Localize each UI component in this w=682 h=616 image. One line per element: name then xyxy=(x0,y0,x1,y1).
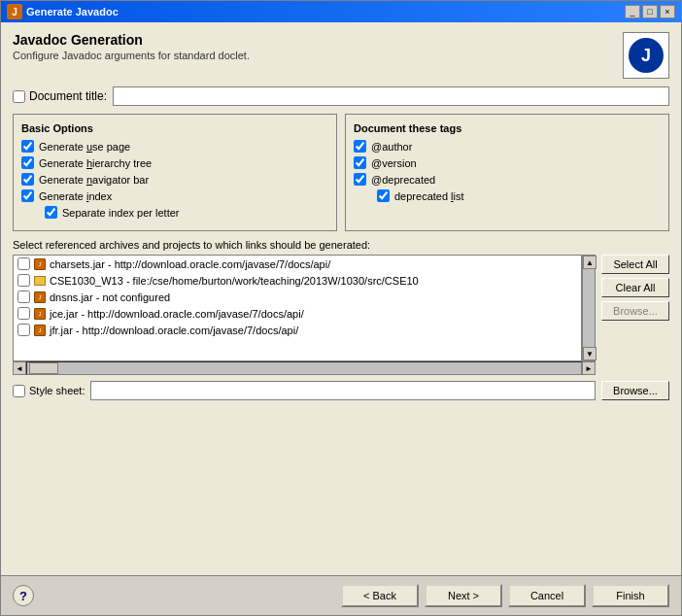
generate-index-row: Generate index xyxy=(21,189,328,202)
generate-use-page-checkbox[interactable] xyxy=(21,140,34,153)
jce-label: jce.jar - http://download.oracle.com/jav… xyxy=(50,308,304,320)
browse-style-button[interactable]: Browse... xyxy=(601,381,669,400)
hscrollbar-track[interactable] xyxy=(26,361,582,375)
charsets-label: charsets.jar - http://download.oracle.co… xyxy=(50,258,330,270)
generate-index-label: Generate index xyxy=(39,190,112,202)
list-item[interactable]: J charsets.jar - http://download.oracle.… xyxy=(14,256,581,272)
scroll-left-arrow[interactable]: ◄ xyxy=(13,361,26,375)
hscrollbar-thumb[interactable] xyxy=(29,362,58,374)
version-tag-label: @version xyxy=(371,157,417,169)
clear-all-button[interactable]: Clear All xyxy=(601,278,669,297)
page-title: Javadoc Generation xyxy=(13,32,250,48)
generate-hierarchy-checkbox[interactable] xyxy=(21,156,34,169)
generate-navigator-checkbox[interactable] xyxy=(21,173,34,186)
help-button[interactable]: ? xyxy=(13,585,34,606)
header-section: Javadoc Generation Configure Javadoc arg… xyxy=(13,32,669,79)
jce-checkbox[interactable] xyxy=(17,307,30,320)
bottom-buttons: < Back Next > Cancel Finish xyxy=(341,584,669,607)
window: J Generate Javadoc _ □ × Javadoc Generat… xyxy=(0,0,682,616)
bottom-left: ? xyxy=(13,585,34,606)
cse1030-checkbox[interactable] xyxy=(17,274,30,287)
jar-icon: J xyxy=(34,325,46,336)
browse-archives-button[interactable]: Browse... xyxy=(601,301,669,321)
archives-section: J charsets.jar - http://download.oracle.… xyxy=(13,255,669,375)
minimize-button[interactable]: _ xyxy=(625,5,640,18)
basic-options-panel: Basic Options Generate use page Generate… xyxy=(13,114,337,231)
basic-options-title: Basic Options xyxy=(21,122,328,134)
document-title-checkbox[interactable] xyxy=(13,90,25,103)
jfr-checkbox[interactable] xyxy=(17,324,30,336)
deprecated-tag-checkbox[interactable] xyxy=(354,173,366,186)
javadoc-logo: J xyxy=(629,38,664,73)
window-controls: _ □ × xyxy=(625,5,675,18)
app-icon: J xyxy=(7,4,22,19)
folder-icon xyxy=(34,276,46,286)
document-tags-title: Document these tags xyxy=(354,122,661,134)
dnsns-checkbox[interactable] xyxy=(17,291,30,303)
list-item[interactable]: J dnsns.jar - not configured xyxy=(14,289,581,305)
close-button[interactable]: × xyxy=(660,5,675,18)
scroll-up-arrow[interactable]: ▲ xyxy=(583,256,597,269)
generate-hierarchy-row: Generate hierarchy tree xyxy=(21,156,328,169)
next-button[interactable]: Next > xyxy=(425,584,502,607)
separate-index-label: Separate index per letter xyxy=(62,207,179,219)
list-item[interactable]: J jfr.jar - http://download.oracle.com/j… xyxy=(14,322,581,338)
style-sheet-checkbox[interactable] xyxy=(13,385,25,397)
header-icon: J xyxy=(623,32,669,79)
separate-index-checkbox[interactable] xyxy=(45,206,57,219)
document-title-row: Document title: xyxy=(13,86,669,106)
main-content: Javadoc Generation Configure Javadoc arg… xyxy=(1,22,681,575)
style-sheet-row: Style sheet: Browse... xyxy=(13,381,669,400)
document-title-input[interactable] xyxy=(113,86,669,106)
select-all-button[interactable]: Select All xyxy=(601,255,669,274)
title-bar: J Generate Javadoc _ □ × xyxy=(1,1,681,22)
generate-index-checkbox[interactable] xyxy=(21,189,34,202)
window-title: Generate Javadoc xyxy=(26,6,119,17)
style-sheet-label: Style sheet: xyxy=(13,385,85,397)
generate-navigator-label: Generate navigator bar xyxy=(39,174,149,186)
panels-row: Basic Options Generate use page Generate… xyxy=(13,114,669,231)
title-bar-left: J Generate Javadoc xyxy=(7,4,119,19)
style-sheet-input[interactable] xyxy=(90,381,596,400)
archives-buttons: Select All Clear All Browse... xyxy=(601,255,669,375)
scroll-right-arrow[interactable]: ► xyxy=(582,361,596,375)
jar-icon: J xyxy=(34,308,46,320)
generate-hierarchy-label: Generate hierarchy tree xyxy=(39,157,152,169)
header-text: Javadoc Generation Configure Javadoc arg… xyxy=(13,32,250,61)
author-tag-checkbox[interactable] xyxy=(354,140,366,153)
archives-label: Select referenced archives and projects … xyxy=(13,239,669,251)
dnsns-label: dnsns.jar - not configured xyxy=(50,291,170,303)
scroll-down-arrow[interactable]: ▼ xyxy=(583,347,597,360)
archives-vscrollbar[interactable]: ▲ ▼ xyxy=(582,255,596,361)
maximize-button[interactable]: □ xyxy=(642,5,658,18)
generate-use-page-label: Generate use page xyxy=(39,141,130,153)
archives-list[interactable]: J charsets.jar - http://download.oracle.… xyxy=(13,255,582,361)
archives-list-container: J charsets.jar - http://download.oracle.… xyxy=(13,255,596,375)
cse1030-label: CSE1030_W13 - file:/cse/home/burton/work… xyxy=(50,275,419,287)
scroll-track[interactable] xyxy=(583,269,595,347)
version-tag-checkbox[interactable] xyxy=(354,156,366,169)
svg-text:J: J xyxy=(12,7,17,17)
version-tag-row: @version xyxy=(354,156,661,169)
charsets-checkbox[interactable] xyxy=(17,257,30,270)
hscrollbar-row: ◄ ► xyxy=(13,361,596,375)
separate-index-row: Separate index per letter xyxy=(45,206,328,219)
document-title-label: Document title: xyxy=(13,89,107,103)
back-button[interactable]: < Back xyxy=(341,584,419,607)
generate-navigator-row: Generate navigator bar xyxy=(21,173,328,186)
list-item[interactable]: J jce.jar - http://download.oracle.com/j… xyxy=(14,305,581,322)
cancel-button[interactable]: Cancel xyxy=(508,584,586,607)
generate-use-page-row: Generate use page xyxy=(21,140,328,153)
deprecated-list-checkbox[interactable] xyxy=(377,189,390,202)
list-item[interactable]: CSE1030_W13 - file:/cse/home/burton/work… xyxy=(14,272,581,289)
finish-button[interactable]: Finish xyxy=(592,584,669,607)
jar-icon: J xyxy=(34,291,46,303)
archives-list-wrapper: J charsets.jar - http://download.oracle.… xyxy=(13,255,596,361)
jfr-label: jfr.jar - http://download.oracle.com/jav… xyxy=(50,325,298,336)
deprecated-list-row: deprecated list xyxy=(377,189,661,202)
document-tags-panel: Document these tags @author @version @de… xyxy=(345,114,669,231)
author-tag-row: @author xyxy=(354,140,661,153)
deprecated-tag-row: @deprecated xyxy=(354,173,661,186)
deprecated-list-label: deprecated list xyxy=(394,190,464,202)
deprecated-tag-label: @deprecated xyxy=(371,174,435,186)
